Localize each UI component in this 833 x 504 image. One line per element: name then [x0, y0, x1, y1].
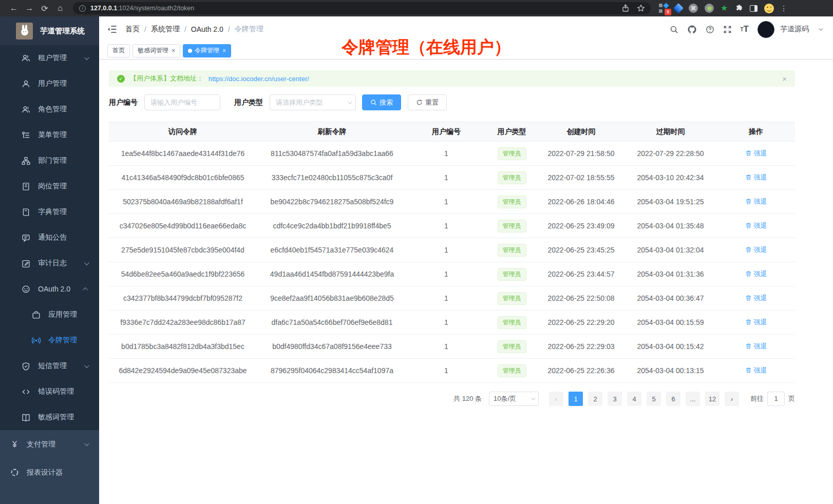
force-logout-button[interactable]: 强退 — [745, 366, 767, 375]
sidebar-item[interactable]: 用户管理 — [0, 71, 99, 96]
font-size-icon[interactable]: TT — [741, 24, 749, 34]
tab-sensitive-words[interactable]: 敏感词管理× — [132, 44, 180, 57]
page-button[interactable]: 1 — [569, 392, 583, 406]
address-bar[interactable]: i 127.0.0.1:1024/system/oauth2/token — [73, 2, 651, 14]
force-logout-button[interactable]: 强退 — [745, 173, 767, 182]
info-icon[interactable]: i — [79, 5, 86, 12]
table-row: 275e5de9151045fe87cbdc395e004f4d e6cfd40… — [109, 238, 795, 262]
user-avatar[interactable] — [758, 21, 774, 38]
page-button[interactable]: 3 — [608, 392, 622, 406]
force-logout-button[interactable]: 强退 — [745, 149, 767, 158]
sidebar-item-label: 短信管理 — [38, 361, 67, 371]
search-button[interactable]: 搜索 — [362, 94, 401, 110]
page-button[interactable]: 5 — [647, 392, 661, 406]
sidebar-item-label: 应用管理 — [48, 310, 77, 319]
collapse-sidebar-icon[interactable] — [107, 25, 117, 34]
sidebar-item-icon — [32, 336, 41, 345]
sidebar-item[interactable]: 敏感词管理 — [0, 404, 99, 430]
reset-button[interactable]: 重置 — [408, 94, 447, 110]
create-time-cell: 2022-07-29 21:58:50 — [538, 142, 624, 166]
tab-token-active[interactable]: 令牌管理× — [183, 44, 231, 57]
chevron-icon — [84, 363, 89, 368]
puzzle-icon[interactable] — [734, 4, 743, 13]
gem-icon[interactable] — [673, 3, 684, 13]
search-icon[interactable] — [670, 25, 678, 34]
fullscreen-icon[interactable] — [723, 25, 732, 34]
access-token-cell: 54d6be82ee5a460a9aedc1f9bf223656 — [109, 262, 257, 286]
sidebar-item[interactable]: 错误码管理 — [0, 379, 99, 404]
share-icon[interactable] — [621, 4, 630, 12]
table-row: 41c41346a548490f9dc8b01c6bfe0865 333ecfc… — [109, 166, 795, 190]
doc-link[interactable]: https://doc.iocoder.cn/user-center/ — [209, 75, 309, 83]
user-name[interactable]: 芋道源码 — [780, 25, 809, 34]
sidebar-item[interactable]: 审计日志 — [0, 250, 99, 276]
sidebar-item[interactable]: 菜单管理 — [0, 122, 99, 148]
page-button[interactable]: 6 — [666, 392, 680, 406]
command-circle-icon[interactable]: ⌘ — [689, 4, 698, 13]
github-icon[interactable] — [687, 25, 697, 34]
prev-page-button[interactable]: ‹ — [549, 392, 563, 406]
sidebar-item[interactable]: 岗位管理 — [0, 173, 99, 199]
sidebar-item[interactable]: 部门管理 — [0, 148, 99, 173]
bookmark-star-icon[interactable] — [637, 4, 645, 12]
user-id-cell: 1 — [407, 190, 485, 214]
force-logout-button[interactable]: 强退 — [745, 294, 767, 303]
tab-home[interactable]: 首页 — [107, 44, 130, 57]
page-button[interactable]: 2 — [588, 392, 602, 406]
sidebar-item[interactable]: 角色管理 — [0, 96, 99, 122]
actions-cell: 强退 — [717, 238, 795, 262]
green-star-icon[interactable]: ★ — [721, 4, 728, 12]
sidebar-item-label: 敏感词管理 — [38, 413, 74, 422]
reload-icon[interactable]: ⟳ — [37, 2, 52, 15]
page-button[interactable]: 4 — [627, 392, 641, 406]
back-icon[interactable]: ← — [6, 2, 22, 15]
force-logout-button[interactable]: 强退 — [745, 245, 767, 255]
kebab-menu-icon[interactable]: ⋮ — [780, 4, 787, 12]
sidebar-item[interactable]: OAuth 2.0 — [0, 276, 99, 302]
browser-toolbar: ← → ⟳ ⌂ i 127.0.0.1:1024/system/oauth2/t… — [0, 0, 833, 16]
tags-view: 首页 敏感词管理× 令牌管理× — [99, 42, 833, 60]
force-logout-button[interactable]: 强退 — [745, 221, 767, 230]
user-id-input[interactable] — [144, 94, 220, 110]
page-button[interactable]: ... — [686, 392, 700, 406]
table-row: 54d6be82ee5a460a9aedc1f9bf223656 49d1aa4… — [109, 262, 795, 286]
force-logout-button[interactable]: 强退 — [745, 342, 767, 351]
record-circle-icon[interactable] — [705, 4, 714, 13]
home-icon[interactable]: ⌂ — [52, 2, 68, 15]
goto-page-input[interactable]: 1 — [767, 392, 785, 406]
sidebar-item[interactable]: 字典管理 — [0, 199, 99, 225]
page-size-select[interactable]: 10条/页 — [489, 392, 539, 406]
create-time-cell: 2022-06-25 22:50:08 — [538, 286, 624, 311]
sidebar-item[interactable]: 通知公告 — [0, 225, 99, 250]
force-logout-button[interactable]: 强退 — [745, 318, 767, 327]
sidebar-item[interactable]: 租户管理 — [0, 45, 99, 71]
chevron-down-icon[interactable] — [819, 26, 823, 30]
url-text[interactable]: 127.0.0.1:1024/system/oauth2/token — [90, 5, 618, 12]
refresh-token-cell: 811c530487574fa0af1a59d3abc1aa66 — [257, 142, 407, 166]
user-type-cell: 管理员 — [485, 335, 538, 359]
sidebar-item[interactable]: 令牌管理 — [0, 327, 99, 353]
search-form: 用户编号 用户类型 请选择用户类型 搜索 重置 — [109, 94, 795, 110]
close-icon[interactable]: × — [222, 47, 226, 54]
page-button[interactable]: 12 — [705, 392, 720, 406]
breadcrumb-item[interactable]: OAuth 2.0 — [191, 25, 223, 33]
alert-close-icon[interactable]: × — [782, 74, 787, 83]
forward-icon[interactable]: → — [22, 2, 37, 15]
close-icon[interactable]: × — [172, 47, 175, 54]
trash-icon — [745, 343, 752, 350]
side-panel-icon[interactable] — [750, 5, 758, 12]
breadcrumb-item[interactable]: 首页 — [125, 25, 140, 34]
profile-avatar-icon[interactable] — [764, 4, 774, 13]
table-header-row: 访问令牌 刷新令牌 用户编号 用户类型 创建时间 过期时间 操作 — [109, 122, 795, 142]
sidebar-item[interactable]: 报表设计器 — [0, 458, 99, 487]
next-page-button[interactable]: › — [725, 392, 739, 406]
force-logout-button[interactable]: 强退 — [745, 269, 767, 279]
extensions-grid-icon[interactable]: 9 — [659, 4, 668, 13]
sidebar-item[interactable]: 支付管理 — [0, 430, 99, 458]
user-type-select[interactable]: 请选择用户类型 — [270, 94, 356, 110]
breadcrumb-item[interactable]: 系统管理 — [151, 25, 180, 34]
sidebar-item[interactable]: 应用管理 — [0, 302, 99, 327]
sidebar-item[interactable]: 短信管理 — [0, 353, 99, 379]
help-icon[interactable] — [706, 25, 714, 34]
force-logout-button[interactable]: 强退 — [745, 197, 767, 206]
